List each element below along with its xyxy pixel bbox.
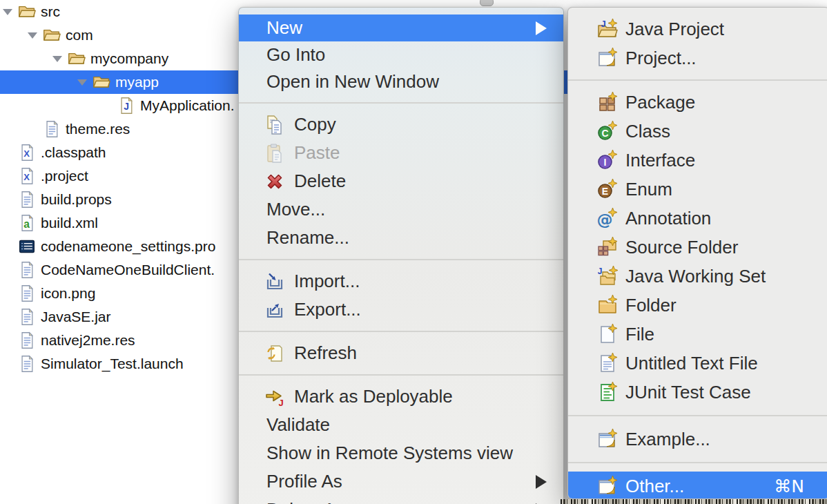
menu-item-profile-as[interactable]: Profile As [239,467,563,496]
submenu-item-enum[interactable]: Enum [568,175,827,204]
menu-item-label: Mark as Deployable [294,386,453,407]
menu-item-label: Copy [294,114,336,135]
expand-arrow-icon[interactable] [28,32,37,39]
menu-item-export[interactable]: Export... [239,295,563,324]
menu-item-go-into[interactable]: Go Into [239,41,563,68]
menu-item-label: File [625,324,654,345]
menu-item-delete[interactable]: Delete [239,167,563,195]
submenu-item-annotation[interactable]: Annotation [568,204,827,233]
menu-item-label: Show in Remote Systems view [266,443,513,464]
menu-item-label: Other... [625,476,684,497]
menu-item-label: Validate [266,414,330,436]
refresh-icon [264,343,285,364]
menu-item-rename[interactable]: Rename... [239,224,563,252]
open-folder-icon [68,50,86,68]
menu-item-label: Debug As [266,499,344,504]
menu-item-label: Java Working Set [625,266,766,287]
submenu-item-java-working-set[interactable]: Java Working Set [568,262,827,291]
menu-separator [239,102,563,104]
new-package-icon [597,92,618,113]
submenu-item-source-folder[interactable]: Source Folder [568,233,827,262]
menu-item-move[interactable]: Move... [239,195,563,224]
menu-item-label: JUnit Test Case [625,382,751,403]
ant-file-icon [18,214,36,232]
submenu-item-class[interactable]: Class [568,117,827,146]
new-file-icon [597,324,618,345]
menu-item-label: Refresh [294,342,357,364]
submenu-item-junit-test-case[interactable]: JUnit Test Case [568,378,827,407]
menu-item-label: Open in New Window [266,71,439,93]
submenu-item-project[interactable]: Project... [568,43,827,72]
tree-item-label: build.props [41,191,112,208]
expand-arrow-icon[interactable] [77,79,87,86]
tree-item-label: myapp [115,74,159,90]
expand-arrow-icon[interactable] [3,9,12,15]
menu-item-label: Delete [294,171,346,192]
new-java-working-set-icon [597,266,618,287]
tree-item-label: JavaSE.jar [41,309,111,325]
menu-item-copy[interactable]: Copy [239,110,563,139]
scrollbar-thumb[interactable] [480,0,494,6]
tree-item-label: CodeNameOneBuildClient. [41,262,215,278]
screen: src com mycompany myapp MyApplication. t… [0,0,827,504]
submenu-item-package[interactable]: Package [568,88,827,117]
menu-item-label: Annotation [625,208,711,229]
tree-item-label: icon.png [41,285,95,302]
new-other-icon [597,476,618,496]
new-source-folder-icon [597,237,618,258]
file-icon [18,284,36,302]
paste-icon [264,143,285,164]
submenu-item-file[interactable]: File [568,320,827,349]
menu-item-label: Untitled Text File [625,353,758,374]
menu-item-validate[interactable]: Validate [239,411,563,439]
menu-item-label: Paste [294,142,340,164]
file-icon [18,261,36,279]
new-interface-icon [597,150,618,171]
menu-item-paste[interactable]: Paste [239,139,563,167]
new-java-project-icon [597,19,618,39]
tree-item-label: nativej2me.res [41,332,135,349]
menu-item-label: Import... [294,271,360,292]
xml-file-icon [18,167,36,185]
submenu-item-interface[interactable]: Interface [568,146,827,175]
xml-file-icon [18,144,36,162]
new-annotation-icon [597,208,618,229]
menu-item-label: Class [625,121,670,142]
submenu-item-untitled-text-file[interactable]: Untitled Text File [568,349,827,378]
new-class-icon [597,121,618,142]
import-icon [264,271,285,292]
file-icon [18,308,36,326]
tree-item-label: mycompany [90,50,168,67]
new-example-icon [597,429,618,449]
tree-item-label: src [41,3,60,20]
menu-separator [568,415,827,416]
new-untitled-text-file-icon [597,353,618,374]
menu-item-open-in-new-window[interactable]: Open in New Window [239,68,563,95]
menu-item-new[interactable]: New [239,14,563,41]
new-junit-test-case-icon [597,382,618,403]
menu-item-import[interactable]: Import... [239,267,563,295]
file-icon [43,120,61,138]
copy-icon [264,115,285,135]
menu-item-debug-as[interactable]: Debug As [239,496,563,504]
submenu-item-java-project[interactable]: Java Project [568,14,827,43]
new-enum-icon [597,179,618,200]
submenu-item-example[interactable]: Example... [568,425,827,454]
menu-separator [239,331,563,332]
submenu-item-other[interactable]: Other... ⌘N [568,472,827,499]
expand-arrow-icon[interactable] [52,56,62,62]
mark-deployable-icon [264,387,285,407]
menu-item-show-in-remote-systems-view[interactable]: Show in Remote Systems view [239,439,563,467]
submenu-item-folder[interactable]: Folder [568,291,827,320]
menu-item-label: Profile As [266,471,342,492]
menu-item-label: Folder [625,295,677,316]
menu-item-mark-as-deployable[interactable]: Mark as Deployable [239,382,563,411]
menu-item-label: Rename... [266,227,349,249]
menu-separator [239,374,563,376]
tree-item-label: com [66,27,93,43]
menu-item-label: Java Project [625,19,724,40]
tree-item-label: theme.res [66,121,130,137]
artifact-strip [561,499,827,504]
submenu-arrow-icon [536,475,547,489]
menu-item-refresh[interactable]: Refresh [239,339,563,367]
